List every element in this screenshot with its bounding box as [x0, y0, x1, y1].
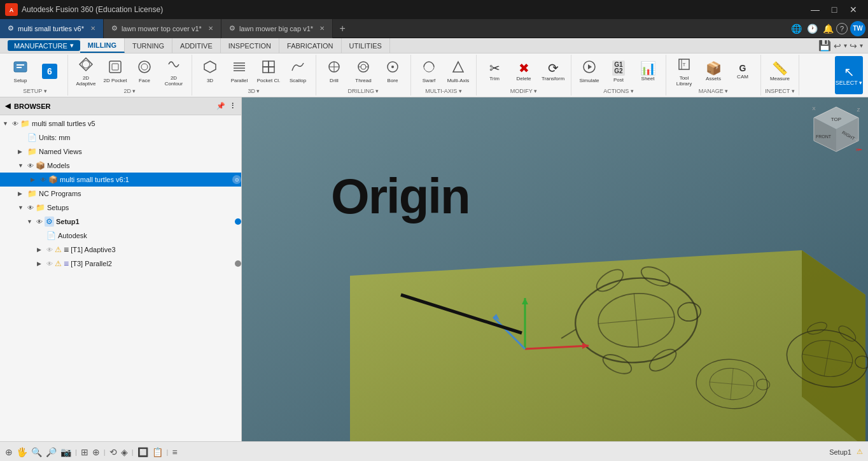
tree-item-root[interactable]: ▼ 👁 📁 multi small turtles v5: [0, 117, 241, 131]
visibility-icon-setups[interactable]: 👁: [27, 204, 34, 211]
tab-add-button[interactable]: +: [333, 19, 352, 38]
bore-button[interactable]: Bore: [379, 56, 407, 87]
status-icon-rotate[interactable]: ⟲: [109, 447, 117, 457]
2d-adaptive-button[interactable]: 2D Adaptive: [72, 56, 100, 87]
svg-marker-68: [522, 298, 528, 304]
setup-badge-button[interactable]: 6: [36, 56, 64, 87]
manufacture-dropdown[interactable]: MANUFACTURE ▾: [8, 40, 80, 51]
tree-item-model-instance[interactable]: ▶ 👁 📦 multi small turtles v6:1 ⊙: [0, 173, 241, 187]
viewcube[interactable]: TOP RIGHT FRONT Z Y X ✕: [811, 104, 862, 155]
svg-rect-16: [269, 67, 274, 73]
3d-adaptive-button[interactable]: 3D: [196, 56, 224, 87]
tool-library-button[interactable]: T Tool Library: [670, 56, 698, 87]
new-setup-button[interactable]: Setup: [6, 56, 34, 87]
tree-item-parallel2[interactable]: ▶ 👁 ⚠ ≡ [T3] Parallel2: [0, 257, 241, 271]
simulate-button[interactable]: Simulate: [575, 56, 603, 87]
status-icon-add[interactable]: ⊕: [92, 447, 100, 457]
tree-item-models[interactable]: ▼ 👁 📦 Models: [0, 159, 241, 173]
undo-button[interactable]: ↩: [834, 41, 841, 51]
2d-pocket-button[interactable]: 2D Pocket: [101, 56, 129, 87]
select-cursor-icon: ↖: [844, 64, 855, 80]
maximize-button[interactable]: □: [825, 3, 844, 16]
redo-dropdown[interactable]: ▾: [860, 42, 863, 49]
transform-button[interactable]: ⟳ Transform: [539, 56, 567, 87]
status-icon-list[interactable]: 📋: [152, 447, 163, 457]
tab-turning[interactable]: TURNING: [125, 38, 172, 53]
post-button[interactable]: G1G2 Post: [605, 56, 633, 87]
top-icon-clock[interactable]: 🕐: [804, 22, 820, 35]
2d-contour-button[interactable]: 2D Contour: [160, 56, 188, 87]
tree-item-named-views[interactable]: ▶ 📁 Named Views: [0, 145, 241, 159]
tab-multi-small-turtles[interactable]: ⚙ multi small turtles v6* ✕: [0, 19, 104, 38]
svg-line-62: [710, 382, 754, 386]
setup1-dot: [235, 218, 241, 225]
status-icon-hand[interactable]: 🖐: [17, 447, 27, 457]
minimize-button[interactable]: —: [806, 3, 825, 16]
undo-dropdown[interactable]: ▾: [844, 42, 847, 49]
drill-button[interactable]: Drill: [320, 56, 348, 87]
status-icon-diamond[interactable]: ◈: [121, 447, 128, 457]
viewport[interactable]: Origin: [242, 97, 868, 441]
select-button[interactable]: ↖ SELECT ▾: [835, 56, 863, 94]
svg-point-43: [638, 263, 673, 290]
setups-label: Setups: [47, 204, 241, 211]
browser-title: BROWSER: [14, 103, 50, 110]
tab-close-icon[interactable]: ✕: [90, 25, 95, 32]
avatar[interactable]: TW: [850, 21, 865, 36]
visibility-icon-models[interactable]: 👁: [27, 162, 34, 169]
top-icon-help[interactable]: ?: [836, 23, 848, 34]
save-button[interactable]: 💾: [818, 39, 831, 52]
visibility-icon-adaptive[interactable]: 👁: [46, 246, 53, 253]
tab-close-icon-3[interactable]: ✕: [319, 25, 325, 32]
browser-pin-icon[interactable]: 📌: [216, 102, 225, 110]
redo-button[interactable]: ↪: [850, 41, 857, 51]
visibility-icon-setup1[interactable]: 👁: [36, 218, 43, 225]
tab-utilities[interactable]: UTILITIES: [342, 38, 390, 53]
tab-milling[interactable]: MILLING: [80, 38, 125, 53]
sheet-button[interactable]: 📊 Sheet: [634, 56, 662, 87]
delete-button[interactable]: ✖ Delete: [510, 56, 538, 87]
manage-assets-button[interactable]: 📦 Assets: [699, 56, 727, 87]
thread-button[interactable]: Thread: [349, 56, 377, 87]
tab-inspection[interactable]: INSPECTION: [221, 38, 279, 53]
tree-item-adaptive3[interactable]: ▶ 👁 ⚠ ≡ [T1] Adaptive3: [0, 243, 241, 257]
browser-collapse-icon[interactable]: ◀: [5, 102, 10, 110]
tab-fabrication[interactable]: FABRICATION: [279, 38, 342, 53]
tree-item-setups[interactable]: ▼ 👁 📁 Setups: [0, 201, 241, 215]
setup-group-label: SETUP ▾: [23, 87, 46, 94]
tree-item-units[interactable]: 📄 Units: mm: [0, 131, 241, 145]
trim-button[interactable]: ✂ Trim: [480, 56, 508, 87]
status-icon-zoom-out[interactable]: 🔍: [31, 447, 42, 457]
tab-close-icon-2[interactable]: ✕: [208, 25, 213, 32]
pocket-clearing-button[interactable]: Pocket Cl.: [255, 56, 283, 87]
tree-item-setup1[interactable]: ▼ 👁 ⚙ Setup1: [0, 215, 241, 229]
status-icon-select[interactable]: ⊕: [5, 447, 13, 457]
status-icon-grid[interactable]: ⊞: [81, 447, 88, 457]
visibility-icon-parallel[interactable]: 👁: [46, 260, 53, 267]
scallop-button[interactable]: Scallop: [284, 56, 312, 87]
close-button[interactable]: ✕: [844, 3, 863, 16]
status-icon-filter[interactable]: ≡: [172, 447, 177, 457]
tree-item-autodesk[interactable]: 📄 Autodesk: [0, 229, 241, 243]
swarf-button[interactable]: Swarf: [415, 56, 443, 87]
multiaxis-button[interactable]: Multi-Axis: [444, 56, 472, 87]
toolbar: MANUFACTURE ▾ MILLING TURNING ADDITIVE I…: [0, 38, 868, 97]
tree-item-nc-programs[interactable]: ▶ 📁 NC Programs: [0, 187, 241, 201]
tab-additive[interactable]: ADDITIVE: [172, 38, 221, 53]
status-icon-display[interactable]: 🔲: [137, 447, 148, 457]
top-icon-globe[interactable]: 🌐: [788, 22, 804, 35]
tab-lawn-mower-top[interactable]: ⚙ lawn mower top cover v1* ✕: [104, 19, 221, 38]
status-icons: ⊕ 🖐 🔍 🔎 📷 | ⊞ ⊕ | ⟲ ◈ | 🔲 📋 | ≡: [5, 447, 178, 457]
svg-point-8: [141, 64, 148, 70]
top-icon-bell[interactable]: 🔔: [820, 22, 836, 35]
cam-button[interactable]: G CAM: [729, 56, 757, 87]
browser-more-icon[interactable]: ⋮: [229, 102, 236, 110]
parallel-button[interactable]: Parallel: [225, 56, 253, 87]
status-icon-camera[interactable]: 📷: [60, 447, 71, 457]
visibility-icon-model[interactable]: 👁: [40, 176, 46, 183]
visibility-icon[interactable]: 👁: [12, 120, 18, 127]
tab-lawn-mower-big[interactable]: ⚙ lawn mower big cap v1* ✕: [221, 19, 333, 38]
measure-button[interactable]: 📏 Measure: [766, 56, 794, 87]
status-icon-zoom-in[interactable]: 🔎: [46, 447, 57, 457]
face-button[interactable]: Face: [130, 56, 158, 87]
